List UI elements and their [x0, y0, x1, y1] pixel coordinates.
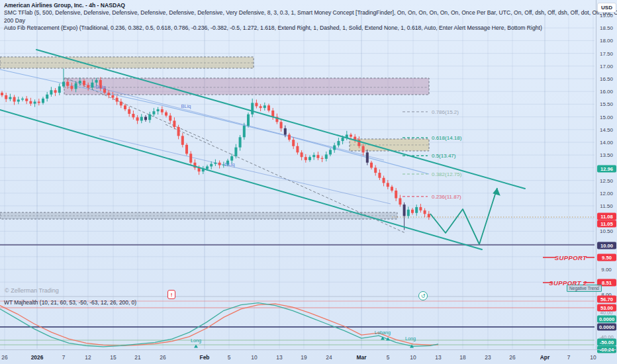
price-badge: 56.70	[597, 296, 616, 303]
price-tick-label: 14.00	[596, 140, 616, 146]
time-tick-label: 5	[228, 354, 231, 361]
price-tick-label: 15.00	[596, 114, 616, 120]
price-tick-label: 14.50	[596, 126, 616, 132]
time-tick-label: 23	[485, 354, 491, 361]
long-signal-triangle	[381, 337, 385, 340]
indicator-smc-params[interactable]: SMC TFlab (5, 500, Defensive, Defensive,…	[4, 9, 600, 17]
price-tick-label: 10.50	[596, 228, 616, 234]
time-tick-label: 13	[435, 354, 441, 361]
time-tick-label: 15	[110, 354, 116, 361]
price-tick-label: 9.00	[596, 267, 616, 273]
support-label[interactable]: SUPPORT 2	[549, 279, 587, 287]
fib-level-label[interactable]: 0.786(15.2)	[432, 109, 459, 114]
osc-tick-label: 40.00	[596, 310, 616, 316]
price-badge: 12.96	[597, 165, 616, 173]
price-badge: 0.0000	[597, 316, 616, 323]
fib-level-label[interactable]: 0.236(11.87)	[432, 193, 461, 199]
time-tick-label: 2026	[31, 354, 44, 361]
time-tick-label: 10	[251, 354, 257, 361]
time-tick-label: 26	[1, 354, 7, 361]
projection-arrowhead	[493, 188, 500, 196]
time-tick-label: Feb	[200, 354, 210, 361]
time-tick-label: 26	[160, 354, 166, 361]
trading-chart-window: American Airlines Group, Inc. - 4h - NAS…	[0, 0, 617, 364]
long-signal-label: Long	[405, 336, 416, 341]
long-signal-triangle	[410, 345, 414, 348]
long-signal-triangle	[386, 338, 390, 341]
time-tick-label: 10	[410, 354, 416, 361]
price-tick-label: 11.50	[596, 203, 616, 209]
time-tick-label: 13	[276, 354, 282, 361]
price-tick-label: 17.00	[596, 63, 616, 69]
indicator-200day[interactable]: 200 Day	[4, 17, 600, 24]
osc-tick-label: -40.00	[596, 334, 616, 340]
price-badge: 9.50	[597, 254, 616, 261]
liquidity-label: BLiq	[181, 103, 191, 109]
price-chart-canvas[interactable]	[0, 0, 617, 364]
time-axis[interactable]: 262026712152126Feb510131924Mar5101318232…	[0, 349, 617, 364]
long-signal-triangle	[194, 345, 198, 348]
time-tick-label: 18	[459, 354, 465, 361]
trend-line	[0, 110, 482, 250]
time-tick-label: 12	[85, 354, 91, 361]
time-tick-label: 10	[590, 354, 596, 361]
time-tick-label: 21	[134, 354, 140, 361]
chart-legend: American Airlines Group, Inc. - 4h - NAS…	[4, 2, 600, 32]
price-tick-label: 15.50	[596, 101, 616, 107]
long-signal-label: Lobang	[375, 330, 391, 336]
watermark: © Zellerman Trading	[5, 287, 59, 294]
price-badge: 10.00	[597, 242, 616, 250]
liquidity-label: DLiq	[95, 84, 105, 90]
price-tick-label: 18.00	[596, 38, 616, 44]
indicator-autofib-params[interactable]: Auto Fib Retracement (Expo) (Traditional…	[4, 24, 600, 32]
time-tick-label: 24	[326, 354, 332, 361]
symbol-title[interactable]: American Airlines Group, Inc. - 4h - NAS…	[4, 2, 600, 9]
fib-level-label[interactable]: 0.618(14.18)	[432, 135, 461, 141]
time-tick-label: 19	[301, 354, 307, 361]
wt-line-red	[0, 304, 438, 345]
price-badge: 0.0000	[597, 324, 616, 331]
price-tick-label: 16.00	[596, 89, 616, 95]
price-tick-label: 12.50	[596, 177, 616, 183]
alert-icon[interactable]: !	[167, 290, 175, 299]
price-badge: 11.08	[597, 213, 616, 220]
time-tick-label: Mar	[357, 354, 367, 361]
currency-toggle-button[interactable]: USD	[597, 3, 616, 13]
liquidity-line	[99, 136, 391, 204]
time-tick-label: 5	[387, 354, 390, 361]
time-tick-label: 7	[62, 354, 66, 361]
fib-level-label[interactable]: 0.5(13.47)	[432, 153, 455, 159]
price-tick-label: 17.50	[596, 50, 616, 56]
fib-level-label[interactable]: 0.382(12.75)	[432, 171, 461, 177]
price-tick-label: 16.50	[596, 76, 616, 82]
time-tick-label: 7	[567, 354, 571, 361]
price-axis[interactable]: 19.0018.5018.0017.5017.0016.5016.0015.50…	[596, 0, 617, 349]
price-badge: 11.05	[597, 220, 616, 228]
liquidity-label: DLiq	[224, 161, 234, 167]
time-tick-label: 26	[509, 354, 515, 361]
time-tick-label: Apr	[540, 354, 549, 361]
support-label[interactable]: SUPPORT	[555, 254, 587, 261]
oscillator-title[interactable]: WT Majhealth (10, 21, 60, 53, -50, -63, …	[4, 299, 136, 306]
fib-anchor-icon[interactable]: ↺	[418, 291, 428, 300]
oscillator-panel	[0, 301, 594, 347]
price-tick-label: 13.50	[596, 152, 616, 158]
long-signal-label: Long	[191, 338, 201, 343]
price-tick-label: 12.00	[596, 190, 616, 196]
